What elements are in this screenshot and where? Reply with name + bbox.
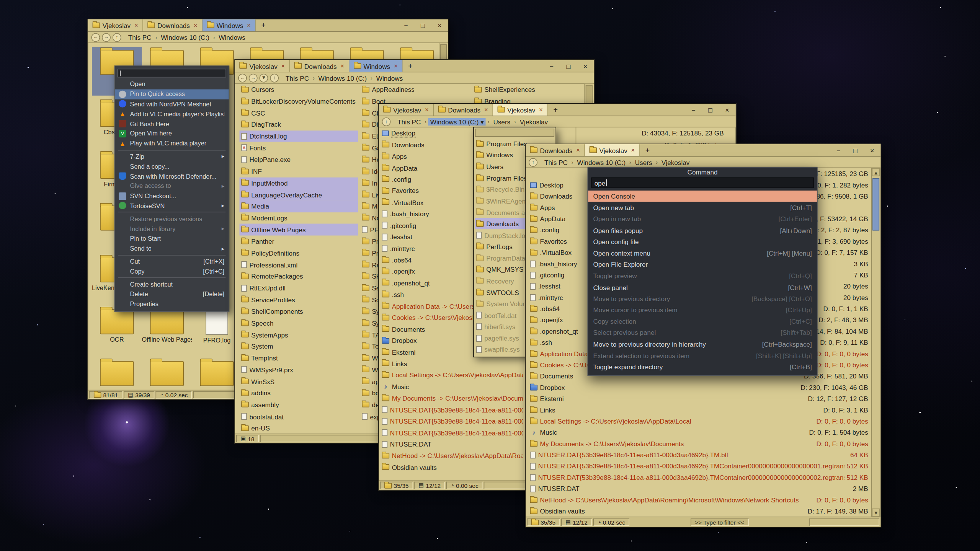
file-row[interactable]: NetHood -> C:\Users\Vjekoslav\AppData\Ro… (528, 494, 871, 505)
back-button[interactable]: ← (91, 33, 100, 42)
minimize-button[interactable]: − (543, 60, 560, 72)
maximize-button[interactable]: □ (847, 144, 864, 156)
file-row[interactable]: Media (239, 201, 358, 212)
scroll-up-arrow-icon[interactable]: ▲ (872, 168, 880, 176)
file-row[interactable]: HelpPane.exe (239, 154, 358, 166)
file-row[interactable]: System (239, 341, 358, 352)
forward-button[interactable]: → (249, 73, 258, 82)
command-item-open-config-file[interactable]: Open config file (588, 236, 817, 248)
minimize-button[interactable]: − (397, 20, 414, 31)
back-button[interactable]: ← (238, 73, 247, 82)
file-row[interactable]: AppReadiness (360, 84, 472, 96)
command-item-open-new-tab[interactable]: Open new tab[Ctrl+T] (588, 202, 817, 214)
tab-close-icon[interactable]: × (281, 62, 285, 69)
file-row[interactable]: CSC (239, 107, 358, 119)
breadcrumb-segment-this-pc[interactable]: This PC (542, 158, 570, 166)
file-row[interactable]: Obsidian vaults (380, 461, 525, 473)
menu-item-cut[interactable]: Cut[Ctrl+X] (115, 256, 229, 266)
breadcrumb-segment-windows[interactable]: Windows (217, 33, 247, 41)
file-row[interactable]: Local Settings -> C:\Users\Vjekoslav\App… (528, 416, 871, 427)
command-item-toggle-preview[interactable]: Toggle preview[Ctrl+Q] (588, 270, 817, 282)
minimize-button[interactable]: − (685, 104, 702, 116)
file-row[interactable]: ShellComponents (239, 305, 358, 317)
breadcrumb-segment-this-pc[interactable]: This PC (395, 118, 423, 126)
tab-downloads[interactable]: Downloads× (143, 20, 203, 31)
history-dropdown-button[interactable]: ▼ (260, 73, 268, 82)
file-row[interactable]: InputMethod (239, 177, 358, 189)
tab-windows[interactable]: Windows× (349, 60, 403, 72)
file-row[interactable]: DtcInstall.log (239, 130, 358, 142)
breadcrumb-segment-windows-10-c[interactable]: Windows 10 (C:) (317, 74, 369, 82)
file-row[interactable]: NetHood -> C:\Users\Vjekoslav\AppData\Ro… (380, 450, 525, 461)
breadcrumb-segment-users[interactable]: Users (633, 158, 654, 166)
file-row[interactable]: bootstat.dat (239, 411, 358, 422)
tab-close-icon[interactable]: × (194, 22, 198, 29)
scroll-down-arrow-icon[interactable]: ▼ (872, 509, 880, 517)
menu-item-7-zip[interactable]: 7-Zip▸ (115, 152, 229, 161)
new-tab-button[interactable]: + (403, 60, 418, 72)
popup-filter-input[interactable] (475, 129, 554, 137)
menu-item-scan-with-microsoft-defender[interactable]: Scan with Microsoft Defender... (115, 171, 229, 181)
menu-item-copy[interactable]: Copy[Ctrl+C] (115, 266, 229, 276)
command-item-open-context-menu[interactable]: Open context menu[Ctrl+M] [Menu] (588, 247, 817, 259)
new-tab-button[interactable]: + (548, 104, 564, 116)
tab-vjekoslav[interactable]: Vjekoslav× (88, 20, 143, 31)
breadcrumb-segment-windows-10-c[interactable]: Windows 10 (C:) (159, 33, 211, 41)
file-row[interactable]: ServiceProfiles (239, 294, 358, 306)
menu-item-pin-to-quick-access[interactable]: Pin to Quick access (115, 89, 229, 99)
menu-item-send-to[interactable]: Send to▸ (115, 243, 229, 253)
file-row[interactable]: Links (380, 358, 525, 369)
command-item-close-panel[interactable]: Close panel[Ctrl+W] (588, 282, 817, 293)
scrollbar-thumb[interactable] (872, 178, 879, 230)
menu-item-pin-to-start[interactable]: Pin to Start (115, 234, 229, 244)
breadcrumb-segment-users[interactable]: Users (492, 118, 513, 126)
file-row[interactable]: My Documents -> C:\Users\Vjekoslav\Docum… (528, 438, 871, 449)
maximize-button[interactable]: □ (414, 20, 431, 31)
breadcrumb-segment-vjekoslav[interactable]: Vjekoslav (518, 118, 550, 126)
tab-vjekoslav[interactable]: Vjekoslav× (379, 104, 433, 116)
menu-item-delete[interactable]: Delete[Delete] (115, 289, 229, 299)
file-row[interactable]: LanguageOverlayCache (239, 189, 358, 201)
grid-item[interactable] (92, 358, 142, 390)
file-row[interactable]: SystemApps (239, 329, 358, 341)
file-row[interactable]: RemotePackages (239, 271, 358, 282)
command-item-extend-selection-to-previous-item[interactable]: Extend selection to previous item[Shift+… (588, 350, 817, 361)
tab-close-icon[interactable]: × (340, 62, 344, 69)
file-row[interactable]: Speech (239, 317, 358, 329)
up-button[interactable]: ↑ (113, 33, 121, 42)
menu-item-git-bash-here[interactable]: Git Bash Here (115, 119, 229, 129)
file-row[interactable]: NTUSER.DAT{53b39e88-18c4-11ea-a811-000d3… (380, 427, 525, 439)
tab-close-icon[interactable]: × (134, 22, 138, 29)
file-row[interactable]: assembly (239, 399, 358, 411)
up-button[interactable]: ↑ (270, 73, 279, 82)
file-row[interactable]: Obsidian vaultsD: 17, F: 149, 38 MB (528, 505, 871, 517)
command-item-select-previous-panel[interactable]: Select previous panel[Shift+Tab] (588, 327, 817, 338)
file-row[interactable]: BitLockerDiscoveryVolumeContents (239, 95, 358, 107)
tab-close-icon[interactable]: × (631, 147, 635, 154)
file-row[interactable]: RtlExUpd.dll (239, 282, 358, 294)
close-button[interactable]: × (577, 60, 594, 72)
file-row[interactable]: ModemLogs (239, 212, 358, 224)
file-row[interactable]: EksterniD: 12, F: 127, 12 GB (528, 393, 871, 404)
command-item-copy-selection[interactable]: Copy selection[Ctrl+C] (588, 316, 817, 327)
file-row[interactable]: Offline Web Pages (239, 224, 358, 236)
breadcrumb-segment-this-pc[interactable]: This PC (284, 74, 311, 82)
file-row[interactable]: ShellExperiences (472, 84, 584, 96)
file-row[interactable]: My Documents -> C:\Users\Vjekoslav\Docum… (380, 392, 525, 404)
file-row[interactable]: WMSysPr9.prx (239, 364, 358, 376)
command-item-move-cursor-to-previous-item[interactable]: Move cursor to previous item[Ctrl+Up] (588, 304, 817, 316)
tab-bar[interactable]: Downloads×Vjekoslav×+−□× (526, 144, 880, 157)
menu-item-properties[interactable]: Properties (115, 299, 229, 309)
tab-windows[interactable]: Windows× (202, 20, 256, 31)
tab-vjekoslav[interactable]: Vjekoslav× (235, 60, 290, 72)
menu-item-open-vim-here[interactable]: VOpen Vim here (115, 129, 229, 139)
menu-item-open[interactable]: Open (115, 79, 229, 89)
tab-close-icon[interactable]: × (425, 106, 429, 113)
file-row[interactable]: NTUSER.DAT{53b39e88-18c4-11ea-a811-000d3… (528, 460, 871, 471)
file-row[interactable]: PolicyDefinitions (239, 247, 358, 259)
new-tab-button[interactable]: + (256, 20, 271, 31)
maximize-button[interactable]: □ (702, 104, 719, 116)
tab-downloads[interactable]: Downloads× (290, 60, 349, 72)
grid-item-ocr[interactable]: OCR (92, 306, 142, 355)
menu-item-create-shortcut[interactable]: Create shortcut (115, 279, 229, 289)
